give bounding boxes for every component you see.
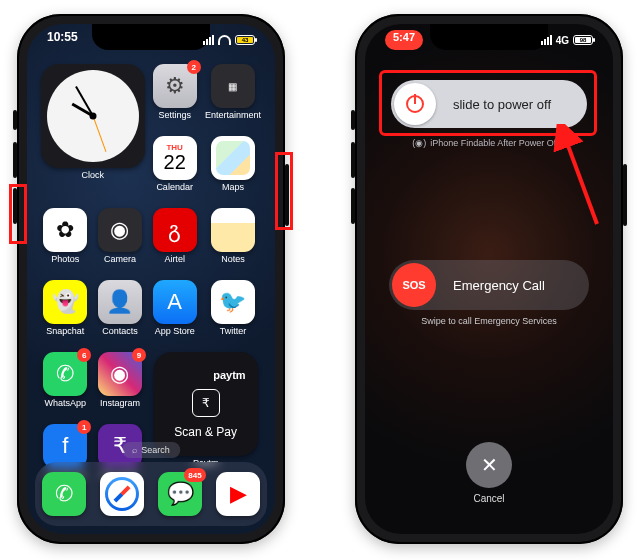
emergency-label: Emergency Call xyxy=(439,278,589,293)
app-label: Instagram xyxy=(100,398,140,408)
app-camera[interactable]: ◉ Camera xyxy=(96,208,145,276)
battery-icon: 98 xyxy=(573,35,593,45)
sos-text: SOS xyxy=(402,279,425,291)
app-messages[interactable]: 💬845 xyxy=(158,472,202,516)
app-label: Entertainment xyxy=(205,110,261,120)
app-label: Airtel xyxy=(164,254,185,264)
app-twitter[interactable]: 🐦 Twitter xyxy=(205,280,261,348)
wifi-icon xyxy=(218,35,231,45)
calendar-icon: THU 22 xyxy=(153,136,197,180)
volume-up-button[interactable] xyxy=(13,142,17,178)
status-bar: 10:55 43 xyxy=(27,30,275,50)
app-label: Calendar xyxy=(156,182,193,192)
app-appstore[interactable]: A App Store xyxy=(150,280,199,348)
app-notes[interactable]: Notes xyxy=(205,208,261,276)
app-phone[interactable]: ✆ xyxy=(42,472,86,516)
widget-clock-label: Clock xyxy=(81,170,104,180)
app-label: WhatsApp xyxy=(45,398,87,408)
signal-icon xyxy=(541,35,552,45)
dock: ✆ 💬845 ▶ xyxy=(35,462,267,526)
whatsapp-icon: ✆6 xyxy=(43,352,87,396)
battery-level: 43 xyxy=(237,37,253,43)
photos-icon: ✿ xyxy=(43,208,87,252)
app-entertainment[interactable]: ▦ Entertainment xyxy=(205,64,261,132)
instagram-icon: ◉9 xyxy=(98,352,142,396)
power-off-screen: 5:47 4G 98 slide to power off (◉) iPhone… xyxy=(365,24,613,534)
twitter-icon: 🐦 xyxy=(211,280,255,324)
power-off-label: slide to power off xyxy=(439,97,587,112)
home-screen: 10:55 43 Clock xyxy=(27,24,275,534)
safari-icon xyxy=(105,477,139,511)
app-label: Camera xyxy=(104,254,136,264)
annotation-volume-box xyxy=(9,184,27,244)
findable-label: iPhone Findable After Power Off xyxy=(430,138,558,148)
side-button[interactable] xyxy=(623,164,627,226)
app-whatsapp[interactable]: ✆6 WhatsApp xyxy=(41,352,90,420)
app-airtel[interactable]: გ Airtel xyxy=(150,208,199,276)
emergency-sublabel: Swipe to call Emergency Services xyxy=(365,316,613,326)
calendar-day: 22 xyxy=(164,152,186,172)
app-snapchat[interactable]: 👻 Snapchat xyxy=(41,280,90,348)
app-label: Notes xyxy=(221,254,245,264)
app-instagram[interactable]: ◉9 Instagram xyxy=(96,352,145,420)
status-bar: 5:47 4G 98 xyxy=(365,30,613,50)
network-label: 4G xyxy=(556,35,569,46)
badge: 845 xyxy=(184,468,206,482)
spotlight-search[interactable]: ⌕ Search xyxy=(122,442,180,458)
clock-face xyxy=(47,70,139,162)
search-icon: ⌕ xyxy=(132,445,137,455)
volume-up-button[interactable] xyxy=(351,142,355,178)
sos-knob[interactable]: SOS xyxy=(392,263,436,307)
volume-down-button[interactable] xyxy=(13,188,17,224)
app-safari[interactable] xyxy=(100,472,144,516)
mute-switch[interactable] xyxy=(13,110,17,130)
app-label: App Store xyxy=(155,326,195,336)
status-time: 10:55 xyxy=(47,30,78,50)
app-contacts[interactable]: 👤 Contacts xyxy=(96,280,145,348)
chevron-right-icon: › xyxy=(563,138,566,148)
qr-icon: ₹ xyxy=(192,389,220,417)
badge: 6 xyxy=(77,348,91,362)
app-maps[interactable]: Maps xyxy=(205,136,261,204)
badge: 1 xyxy=(77,420,91,434)
side-button[interactable] xyxy=(285,164,289,226)
appstore-icon: A xyxy=(153,280,197,324)
airtel-icon: გ xyxy=(153,208,197,252)
badge: 2 xyxy=(187,60,201,74)
maps-icon xyxy=(211,136,255,180)
badge: 9 xyxy=(132,348,146,362)
cancel-button[interactable]: ✕ Cancel xyxy=(466,442,512,504)
widget-clock[interactable]: Clock xyxy=(41,64,144,204)
status-time-pill: 5:47 xyxy=(385,30,423,50)
findable-link[interactable]: (◉) iPhone Findable After Power Off › xyxy=(412,138,565,148)
app-label: Twitter xyxy=(220,326,247,336)
iphone-right: 5:47 4G 98 slide to power off (◉) iPhone… xyxy=(355,14,623,544)
app-calendar[interactable]: THU 22 Calendar xyxy=(150,136,199,204)
mute-switch[interactable] xyxy=(351,110,355,130)
volume-down-button[interactable] xyxy=(351,188,355,224)
power-off-knob[interactable] xyxy=(394,83,436,125)
paytm-action: Scan & Pay xyxy=(174,425,237,439)
notes-icon xyxy=(211,208,255,252)
emergency-slider[interactable]: SOS Emergency Call xyxy=(389,260,589,310)
signal-icon xyxy=(203,35,214,45)
contacts-icon: 👤 xyxy=(98,280,142,324)
gear-icon: ⚙︎2 xyxy=(153,64,197,108)
annotation-side-box xyxy=(275,152,293,230)
camera-icon: ◉ xyxy=(98,208,142,252)
search-label: Search xyxy=(141,445,170,455)
app-label: Settings xyxy=(158,110,191,120)
battery-icon: 43 xyxy=(235,35,255,45)
home-grid: Clock ⚙︎2 Settings ▦ Entertainment THU 2… xyxy=(41,64,261,442)
snapchat-icon: 👻 xyxy=(43,280,87,324)
power-off-slider[interactable]: slide to power off xyxy=(391,80,587,128)
find-my-icon: (◉) xyxy=(412,138,426,148)
app-label: Snapchat xyxy=(46,326,84,336)
app-settings[interactable]: ⚙︎2 Settings xyxy=(150,64,199,132)
app-label: Photos xyxy=(51,254,79,264)
app-photos[interactable]: ✿ Photos xyxy=(41,208,90,276)
close-icon: ✕ xyxy=(466,442,512,488)
app-ytmusic[interactable]: ▶ xyxy=(216,472,260,516)
paytm-brand: paytm xyxy=(213,369,245,381)
battery-level: 98 xyxy=(575,37,591,43)
